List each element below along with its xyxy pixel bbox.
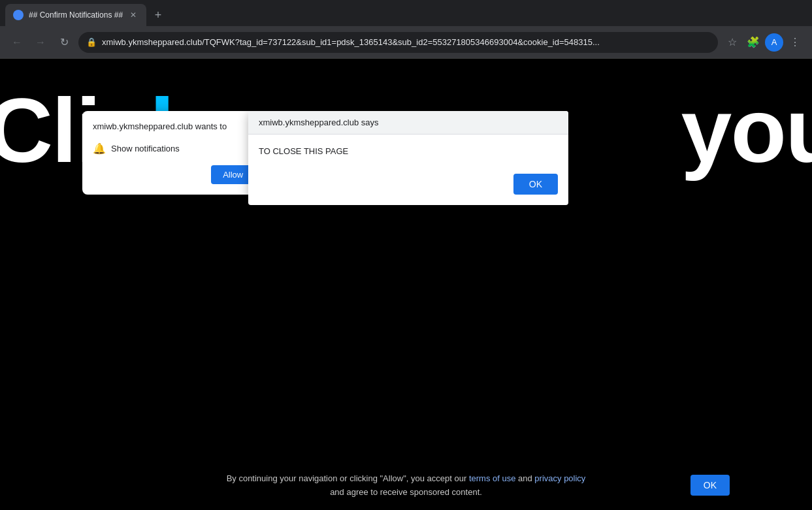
tab-title: ## Confirm Notifications ## <box>29 10 123 20</box>
new-tab-button[interactable]: + <box>149 6 167 24</box>
tab-close-button[interactable]: ✕ <box>128 10 138 20</box>
browser-frame: ## Confirm Notifications ## ✕ + ← → ↻ 🔒 … <box>0 0 812 510</box>
terms-of-use-link[interactable]: terms of use <box>469 473 516 483</box>
notification-text: Show notifications <box>111 144 180 153</box>
banner-text-before: By continuing your navigation or clickin… <box>227 473 469 483</box>
toolbar-icons: ☆ 🧩 A ⋮ <box>723 33 804 52</box>
lock-icon: 🔒 <box>86 37 97 47</box>
bell-icon: 🔔 <box>93 142 106 155</box>
dialog-title: xmiwb.ykmsheppared.club wants to <box>93 121 227 131</box>
bookmark-button[interactable]: ☆ <box>723 33 741 52</box>
banner-ok-button[interactable]: OK <box>690 475 730 496</box>
website-ok-button[interactable]: OK <box>513 174 558 195</box>
website-dialog-footer: OK <box>248 168 568 205</box>
page-content: Click you are not xmiwb.ykmsheppared.clu… <box>0 59 812 510</box>
refresh-button[interactable]: ↻ <box>55 33 73 52</box>
url-bar[interactable]: 🔒 xmiwb.ykmsheppared.club/TQFWK?tag_id=7… <box>78 32 718 53</box>
website-dialog-header: xmiwb.ykmsheppared.club says <box>248 111 568 135</box>
tab-bar: ## Confirm Notifications ## ✕ + <box>0 0 812 26</box>
active-tab[interactable]: ## Confirm Notifications ## ✕ <box>5 4 146 26</box>
url-text: xmiwb.ykmsheppared.club/TQFWK?tag_id=737… <box>102 37 710 47</box>
website-dialog-body: TO CLOSE THIS PAGE <box>248 135 568 168</box>
forward-button[interactable]: → <box>31 33 50 52</box>
back-button[interactable]: ← <box>8 33 26 52</box>
svg-point-0 <box>15 12 22 18</box>
privacy-policy-link[interactable]: privacy policy <box>534 473 585 483</box>
profile-button[interactable]: A <box>765 33 783 52</box>
extensions-button[interactable]: 🧩 <box>744 33 762 52</box>
banner-text-between: and <box>515 473 534 483</box>
bottom-banner: By continuing your navigation or clickin… <box>0 462 812 510</box>
menu-button[interactable]: ⋮ <box>786 33 804 52</box>
tab-favicon-icon <box>13 10 24 20</box>
address-bar: ← → ↻ 🔒 xmiwb.ykmsheppared.club/TQFWK?ta… <box>0 26 812 59</box>
bottom-banner-text: By continuing your navigation or clickin… <box>13 472 799 500</box>
banner-text-after: and agree to receive sponsored content. <box>330 487 482 497</box>
website-says-dialog: xmiwb.ykmsheppared.club says TO CLOSE TH… <box>248 111 568 205</box>
